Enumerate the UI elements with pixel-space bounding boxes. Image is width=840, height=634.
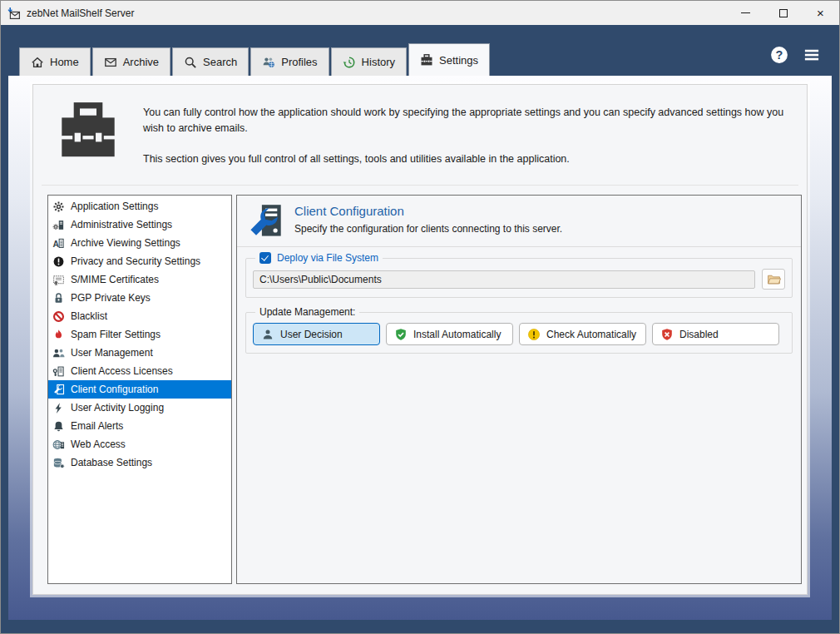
shield-x-icon: [660, 328, 674, 341]
toolbox-icon: [56, 98, 121, 163]
privacy-icon: [52, 255, 65, 268]
sidebar-item-label: Spam Filter Settings: [71, 329, 161, 340]
sidebar-item-client-configuration[interactable]: Client Configuration: [48, 380, 231, 399]
envelope-icon: [104, 56, 117, 69]
intro-paragraph-1: You can fully control how the applicatio…: [143, 105, 787, 136]
intro-paragraph-2: This section gives you full control of a…: [143, 151, 787, 167]
sidebar-item-blacklist[interactable]: Blacklist: [48, 307, 231, 325]
deploy-group: Deploy via File System: [245, 252, 793, 298]
minimize-icon: [741, 12, 750, 13]
sidebar-item-s-mime-certificates[interactable]: S/MIME Certificates: [48, 270, 231, 289]
sidebar-item-label: Privacy and Security Settings: [71, 255, 200, 267]
close-icon: ×: [817, 7, 824, 19]
update-options: User DecisionInstall AutomaticallyCheck …: [253, 323, 785, 345]
tab-bar: HomeArchiveSearchProfilesHistorySettings…: [8, 25, 832, 76]
deploy-path-input[interactable]: [253, 270, 755, 289]
client-area: You can fully control how the applicatio…: [8, 76, 832, 620]
sidebar-item-label: S/MIME Certificates: [71, 274, 159, 285]
tab-bar-actions: ?: [770, 46, 820, 64]
svg-text:A: A: [52, 239, 59, 248]
sidebar-item-user-activity-logging[interactable]: User Activity Logging: [48, 399, 231, 417]
client-configuration-panel: Client Configuration Specify the configu…: [236, 195, 802, 584]
sidebar-item-label: Application Settings: [71, 201, 158, 212]
shield-check-icon: [394, 328, 408, 341]
bell-icon: [52, 420, 65, 433]
tab-label: Home: [50, 56, 79, 68]
settings-category-list: Application SettingsAdministrative Setti…: [47, 195, 232, 584]
panel-body: Deploy via File System Update Management…: [237, 247, 801, 359]
lightning-icon: [52, 402, 65, 414]
title-bar: zebNet MailShelf Server ×: [1, 1, 839, 25]
tab-search[interactable]: Search: [172, 47, 249, 76]
update-option-check-automatically[interactable]: Check Automatically: [519, 323, 646, 345]
sidebar-item-web-access[interactable]: Web Access: [48, 435, 231, 453]
mail-arrow-icon: [7, 7, 21, 20]
window-controls: ×: [727, 1, 839, 25]
sidebar-item-privacy-and-security-settings[interactable]: Privacy and Security Settings: [48, 252, 231, 270]
tab-home[interactable]: Home: [19, 47, 91, 76]
sidebar-item-label: User Activity Logging: [71, 402, 164, 414]
sidebar-item-administrative-settings[interactable]: Administrative Settings: [48, 215, 231, 234]
intro-divider: [42, 185, 798, 186]
sidebar-item-application-settings[interactable]: Application Settings: [48, 197, 231, 215]
sidebar-item-pgp-private-keys[interactable]: PGP Private Keys: [48, 289, 231, 307]
flame-icon: [52, 329, 65, 341]
tab-label: Search: [203, 56, 237, 68]
tab-archive[interactable]: Archive: [92, 47, 170, 76]
minimize-button[interactable]: [727, 1, 764, 25]
tab-history[interactable]: History: [331, 47, 407, 76]
sidebar-item-label: Web Access: [71, 438, 126, 450]
sidebar-item-label: Administrative Settings: [71, 219, 172, 230]
tab-label: Settings: [439, 54, 478, 67]
sidebar-item-user-management[interactable]: User Management: [48, 344, 231, 362]
blacklist-icon: [52, 310, 65, 323]
svg-text:?: ?: [776, 48, 783, 62]
tab-profiles[interactable]: Profiles: [250, 47, 329, 76]
sidebar-item-spam-filter-settings[interactable]: Spam Filter Settings: [48, 325, 231, 344]
update-management-group: Update Management: User DecisionInstall …: [245, 306, 793, 354]
window-title: zebNet MailShelf Server: [27, 7, 727, 19]
panel-subtitle: Specify the configuration for clients co…: [294, 223, 562, 235]
certificate-icon: [52, 274, 65, 286]
history-icon: [343, 56, 356, 69]
menu-icon[interactable]: [803, 47, 820, 63]
update-option-disabled[interactable]: Disabled: [652, 323, 779, 345]
settings-intro: You can fully control how the applicatio…: [143, 105, 787, 166]
update-option-label: User Decision: [280, 329, 343, 340]
home-icon: [31, 56, 44, 69]
close-button[interactable]: ×: [802, 1, 839, 25]
sidebar-item-archive-viewing-settings[interactable]: AArchive Viewing Settings: [48, 234, 231, 252]
profiles-icon: [262, 56, 275, 69]
browse-folder-button[interactable]: [762, 269, 785, 290]
globe-icon: [52, 438, 65, 451]
user-icon: [261, 328, 274, 341]
tab-bar-tabs: HomeArchiveSearchProfilesHistorySettings: [19, 43, 492, 76]
wrench-doc-icon: [52, 384, 65, 396]
sidebar-item-client-access-licenses[interactable]: Client Access Licenses: [48, 362, 231, 380]
sidebar-item-label: Database Settings: [71, 457, 152, 468]
tab-label: Archive: [123, 56, 159, 68]
panel-title: Client Configuration: [294, 204, 562, 218]
deploy-label: Deploy via File System: [277, 252, 378, 264]
help-icon[interactable]: ?: [770, 46, 788, 64]
sidebar-item-database-settings[interactable]: Database Settings: [48, 453, 231, 472]
sidebar-item-email-alerts[interactable]: Email Alerts: [48, 417, 231, 435]
tab-settings[interactable]: Settings: [408, 43, 490, 76]
tab-label: History: [362, 56, 395, 68]
search-icon: [184, 56, 197, 69]
tab-label: Profiles: [281, 56, 317, 68]
database-icon: [52, 457, 65, 469]
sidebar-item-label: Client Configuration: [71, 384, 158, 395]
maximize-button[interactable]: [764, 1, 802, 25]
app-window: { "window": { "title": "zebNet MailShelf…: [0, 0, 840, 634]
update-option-label: Check Automatically: [546, 329, 636, 340]
update-option-user-decision[interactable]: User Decision: [253, 323, 380, 345]
archive-view-icon: A: [52, 237, 65, 250]
update-option-install-automatically[interactable]: Install Automatically: [386, 323, 513, 345]
panel-header: Client Configuration Specify the configu…: [237, 196, 801, 247]
update-option-label: Install Automatically: [413, 329, 501, 340]
deploy-checkbox[interactable]: [259, 252, 271, 264]
padlock-icon: [52, 292, 65, 305]
license-key-icon: [52, 365, 65, 378]
update-option-label: Disabled: [679, 329, 719, 340]
